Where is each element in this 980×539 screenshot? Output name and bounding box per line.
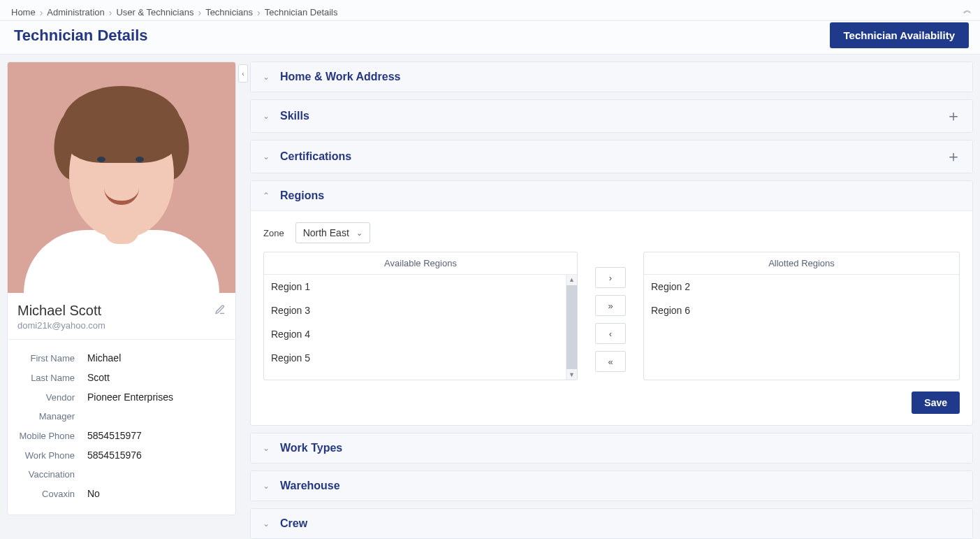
list-item[interactable]: Region 2 [644, 275, 959, 299]
content: Michael Scott domi21k@yahoo.com First Na… [0, 55, 980, 539]
list-item[interactable]: Region 1 [264, 275, 577, 299]
chevron-right-icon: › [257, 8, 261, 17]
zone-label: Zone [263, 228, 284, 238]
collapse-left-handle[interactable]: ‹ [238, 64, 248, 82]
technician-email: domi21k@yahoo.com [8, 319, 235, 340]
panel-work-types: ⌄Work Types [250, 433, 973, 463]
vendor-value: Pioneer Enterprises [87, 391, 173, 403]
title-row: Technician Details Technician Availabili… [0, 21, 980, 55]
scrollbar[interactable]: ▲ ▼ [566, 275, 577, 380]
panel-title: Work Types [280, 442, 342, 454]
panel-crew: ⌄Crew [250, 508, 973, 539]
chevron-right-icon: › [198, 8, 201, 17]
zone-select[interactable]: North East ⌄ [295, 222, 370, 243]
panel-title: Home & Work Address [280, 71, 400, 83]
chevron-down-icon: ⌄ [262, 443, 270, 453]
move-all-right-button[interactable]: » [595, 295, 626, 316]
move-left-button[interactable]: ‹ [595, 323, 626, 344]
move-right-button[interactable]: › [595, 267, 626, 288]
list-item[interactable]: Region 5 [264, 346, 577, 370]
available-regions-box: Available Regions Region 1 Region 3 Regi… [263, 252, 578, 380]
chevron-down-icon: ⌄ [356, 229, 363, 238]
scroll-down-icon[interactable]: ▼ [569, 370, 575, 380]
panel-header-home-work[interactable]: ⌄Home & Work Address [251, 62, 972, 92]
panel-header-crew[interactable]: ⌄Crew [251, 509, 972, 538]
first-name-label: First Name [17, 353, 87, 364]
list-item[interactable]: Region 3 [264, 299, 577, 322]
panel-header-regions[interactable]: ⌃Regions [251, 181, 972, 210]
page-title: Technician Details [11, 27, 148, 45]
panel-header-skills[interactable]: ⌄Skills ＋ [251, 100, 972, 132]
chevron-down-icon: ⌄ [262, 111, 270, 121]
add-certification-icon[interactable]: ＋ [946, 149, 961, 164]
panel-title: Certifications [280, 150, 351, 163]
right-column: ⌄Home & Work Address ⌄Skills ＋ ⌄Certific… [250, 62, 973, 539]
chevron-down-icon: ⌄ [262, 519, 270, 529]
available-regions-list[interactable]: Region 1 Region 3 Region 4 Region 5 ▲ ▼ [264, 275, 577, 380]
available-regions-title: Available Regions [264, 252, 577, 275]
regions-body: Zone North East ⌄ Available Regions Regi… [251, 210, 972, 425]
panel-certifications: ⌄Certifications ＋ [250, 140, 973, 173]
vendor-label: Vendor [17, 392, 87, 403]
collapse-toggle-icon[interactable]: ︽ [963, 4, 972, 16]
top-bar: Home › Administration › User & Technicia… [0, 0, 980, 21]
list-item[interactable]: Region 4 [264, 322, 577, 346]
mobile-label: Mobile Phone [17, 431, 87, 441]
chevron-right-icon: › [40, 8, 43, 17]
panel-header-certifications[interactable]: ⌄Certifications ＋ [251, 141, 972, 173]
work-phone-label: Work Phone [17, 450, 87, 461]
technician-availability-button[interactable]: Technician Availability [830, 22, 970, 48]
vaccination-label: Vaccination [17, 469, 87, 480]
covaxin-label: Covaxin [17, 489, 87, 499]
breadcrumb-item-technicians[interactable]: Technicians [205, 7, 253, 17]
breadcrumb-item-users[interactable]: User & Technicians [116, 7, 193, 17]
panel-regions: ⌃Regions Zone North East ⌄ Available Reg… [250, 180, 973, 426]
panel-header-warehouse[interactable]: ⌄Warehouse [251, 471, 972, 501]
transfer-buttons: › » ‹ « [594, 252, 627, 380]
panel-skills: ⌄Skills ＋ [250, 99, 973, 133]
technician-fields: First NameMichael Last NameScott VendorP… [8, 344, 235, 515]
mobile-value: 5854515977 [87, 430, 142, 441]
panel-title: Regions [280, 189, 324, 202]
edit-icon[interactable] [214, 304, 226, 317]
breadcrumb-item-current: Technician Details [265, 7, 338, 17]
first-name-value: Michael [87, 352, 121, 364]
technician-card: Michael Scott domi21k@yahoo.com First Na… [7, 62, 236, 515]
save-button[interactable]: Save [912, 391, 960, 414]
chevron-down-icon: ⌄ [262, 481, 270, 491]
panel-home-work: ⌄Home & Work Address [250, 62, 973, 92]
breadcrumb-item-home[interactable]: Home [11, 7, 36, 17]
panel-title: Warehouse [280, 480, 340, 492]
chevron-down-icon: ⌄ [262, 152, 270, 161]
manager-label: Manager [17, 411, 87, 422]
scroll-thumb[interactable] [566, 285, 577, 369]
allotted-regions-title: Allotted Regions [644, 252, 959, 275]
add-skill-icon[interactable]: ＋ [946, 108, 961, 124]
chevron-down-icon: ⌄ [262, 72, 270, 82]
list-item[interactable]: Region 6 [644, 299, 959, 322]
work-phone-value: 5854515976 [87, 450, 142, 461]
scroll-up-icon[interactable]: ▲ [569, 275, 575, 285]
regions-dual-list: Available Regions Region 1 Region 3 Regi… [263, 252, 960, 380]
last-name-label: Last Name [17, 373, 87, 383]
chevron-right-icon: › [109, 8, 112, 17]
chevron-up-icon: ⌃ [262, 191, 270, 201]
breadcrumb-item-administration[interactable]: Administration [47, 7, 104, 17]
covaxin-value: No [87, 488, 100, 499]
panel-title: Crew [280, 517, 307, 530]
breadcrumb: Home › Administration › User & Technicia… [11, 3, 969, 20]
move-all-left-button[interactable]: « [595, 351, 626, 372]
allotted-regions-box: Allotted Regions Region 2 Region 6 [643, 252, 960, 380]
technician-photo [8, 62, 235, 293]
allotted-regions-list[interactable]: Region 2 Region 6 [644, 275, 959, 380]
technician-name: Michael Scott [17, 303, 101, 319]
panel-header-work-types[interactable]: ⌄Work Types [251, 433, 972, 463]
panel-warehouse: ⌄Warehouse [250, 470, 973, 501]
panel-title: Skills [280, 110, 309, 122]
last-name-value: Scott [87, 372, 110, 383]
zone-select-value: North East [303, 227, 349, 238]
collapse-rail: ‹ [236, 62, 250, 82]
